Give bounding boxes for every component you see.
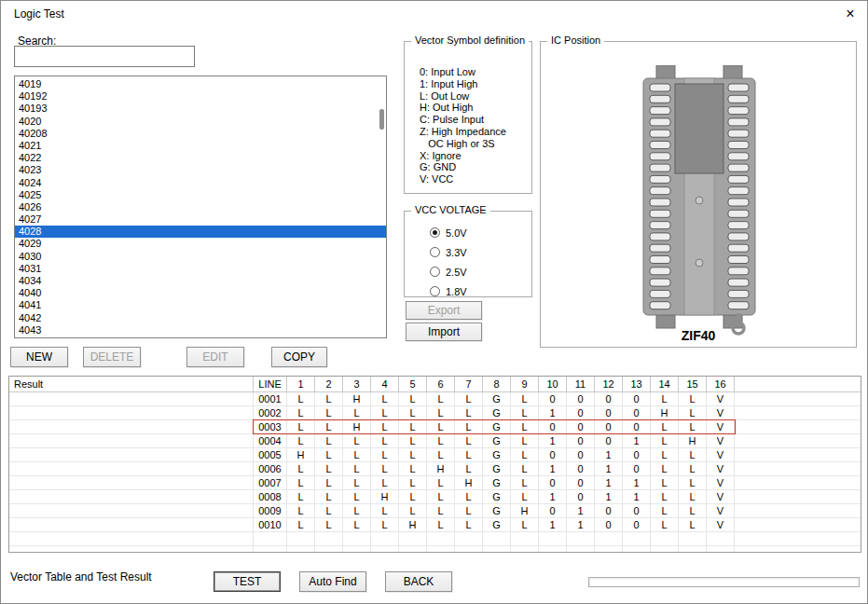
vector-cell: 0 xyxy=(567,406,595,419)
ic-list-item[interactable]: 4028 xyxy=(15,226,386,238)
result-cell xyxy=(9,518,254,531)
vector-cell: L xyxy=(651,490,679,503)
vector-cell: L xyxy=(371,476,399,489)
vector-cell: L xyxy=(371,392,399,405)
vector-cell: 1 xyxy=(595,462,623,475)
vector-cell: L xyxy=(343,490,371,503)
vector-row[interactable]: 0001LLHLLLLGL0000LLV xyxy=(9,392,861,406)
ic-list-item[interactable]: 4044 xyxy=(15,336,386,338)
vector-cell: L xyxy=(287,420,315,433)
vector-cell: V xyxy=(707,434,735,447)
vector-cell: L xyxy=(343,448,371,461)
ic-list-item[interactable]: 4019 xyxy=(15,78,386,90)
ic-list-item[interactable]: 4024 xyxy=(15,177,386,189)
vector-row[interactable]: 0004LLLLLLLGL1001LHV xyxy=(9,434,861,448)
vector-cell: L xyxy=(343,476,371,489)
vector-cell: L xyxy=(315,406,343,419)
ic-list[interactable]: 4019401924019340204020840214022402340244… xyxy=(14,76,387,338)
vcc-option-2.5v[interactable]: 2.5V xyxy=(430,262,467,281)
socket-screw-hole xyxy=(696,197,703,204)
ic-list-item[interactable]: 4041 xyxy=(15,299,386,311)
vector-cell: L xyxy=(287,434,315,447)
window-title: Logic Test xyxy=(14,7,64,21)
import-button[interactable]: Import xyxy=(406,323,482,341)
vector-cell: H xyxy=(371,490,399,503)
pin-column-header: 13 xyxy=(623,377,651,391)
vector-row[interactable]: 0010LLLLHLLGL1100LLV xyxy=(9,518,861,532)
ic-list-item[interactable]: 4026 xyxy=(15,201,386,213)
symbol-definition-line: C: Pulse Input xyxy=(420,114,506,126)
ic-list-item[interactable]: 4020 xyxy=(15,116,386,128)
pin-column-header: 16 xyxy=(707,377,735,391)
ic-list-item[interactable]: 4034 xyxy=(15,275,386,287)
ic-list-item[interactable]: 4025 xyxy=(15,189,386,201)
ic-list-item[interactable]: 40192 xyxy=(15,90,386,103)
vector-cell: H xyxy=(455,476,483,489)
vector-cell: 0 xyxy=(567,462,595,475)
close-button[interactable]: × xyxy=(841,5,860,23)
row-filler xyxy=(735,476,861,489)
list-scrollbar-thumb[interactable] xyxy=(379,109,384,130)
ic-list-item[interactable]: 4022 xyxy=(15,152,386,164)
result-cell xyxy=(9,448,254,461)
ic-list-item[interactable]: 4030 xyxy=(15,251,386,263)
result-cell xyxy=(9,420,254,433)
vcc-option-5.0v[interactable]: 5.0V xyxy=(430,223,467,242)
vector-cell: L xyxy=(343,504,371,517)
vector-symbol-group-title: Vector Symbol definition xyxy=(411,34,529,46)
vector-cell: V xyxy=(707,518,735,531)
vector-cell: L xyxy=(511,476,539,489)
vcc-option-label: 2.5V xyxy=(446,267,467,278)
copy-button[interactable]: COPY xyxy=(271,347,327,367)
vector-cell: 0 xyxy=(595,518,623,531)
vector-cell: L xyxy=(287,476,315,489)
ic-list-item[interactable]: 4021 xyxy=(15,140,386,152)
back-button[interactable]: BACK xyxy=(385,571,452,592)
socket-screw-hole xyxy=(696,259,703,267)
pin-column-header: 8 xyxy=(483,377,511,391)
vector-row[interactable]: 0007LLLLLLHGL0011LLV xyxy=(9,476,861,490)
vector-cell: 0 xyxy=(595,420,623,433)
ic-list-item[interactable]: 4023 xyxy=(15,164,386,176)
vector-cell: 0 xyxy=(567,476,595,489)
vector-cell: L xyxy=(399,462,427,475)
vcc-option-3.3v[interactable]: 3.3V xyxy=(430,242,467,262)
ic-list-item[interactable]: 4031 xyxy=(15,263,386,275)
vector-row[interactable]: 0006LLLLLHLGL1010LLV xyxy=(9,462,861,476)
symbol-definition-line: X: Ignore xyxy=(420,150,506,162)
ic-list-item[interactable]: 4040 xyxy=(15,287,386,299)
ic-list-item[interactable]: 4029 xyxy=(15,238,386,250)
vector-cell: L xyxy=(427,420,455,433)
vcc-option-1.8v[interactable]: 1.8V xyxy=(430,281,467,301)
vector-cell: 1 xyxy=(623,490,651,503)
vector-row[interactable]: 0009LLLLLLLGH0100LLV xyxy=(9,504,861,518)
vector-cell: L xyxy=(511,406,539,419)
vector-cell: 0 xyxy=(567,392,595,405)
ic-list-item[interactable]: 4027 xyxy=(15,213,386,226)
vector-cell: L xyxy=(679,448,707,461)
vector-cell: 0 xyxy=(623,406,651,419)
vector-cell: L xyxy=(651,476,679,489)
vcc-option-label: 5.0V xyxy=(446,227,467,239)
vector-cell: 0 xyxy=(623,462,651,475)
ic-list-item[interactable]: 40193 xyxy=(15,103,386,115)
symbol-definition-line: V: VCC xyxy=(420,173,506,185)
vector-row[interactable]: 0008LLLHLLLGL1011LLV xyxy=(9,490,861,504)
ic-list-item[interactable]: 40208 xyxy=(15,128,386,140)
auto-find-button[interactable]: Auto Find xyxy=(299,571,366,592)
ic-list-item[interactable]: 4042 xyxy=(15,312,386,324)
pin-column-header: 1 xyxy=(287,377,315,391)
vector-row[interactable]: 0002LLLLLLLGL1000HLV xyxy=(9,406,861,420)
vector-cell: L xyxy=(511,420,539,433)
new-button[interactable]: NEW xyxy=(10,347,68,367)
ic-list-item[interactable]: 4043 xyxy=(15,324,386,336)
test-button[interactable]: TEST xyxy=(214,571,281,592)
vector-cell: L xyxy=(511,518,539,531)
vector-cell: L xyxy=(371,420,399,433)
vector-cell: G xyxy=(483,490,511,503)
search-input[interactable] xyxy=(14,46,195,67)
vector-row[interactable]: 0003LLHLLLLGL0000LLV xyxy=(9,420,861,434)
vector-cell: L xyxy=(287,462,315,475)
vector-row[interactable]: 0005HLLLLLLGL0010LLV xyxy=(9,448,861,462)
pin-column-header: 12 xyxy=(595,377,623,391)
